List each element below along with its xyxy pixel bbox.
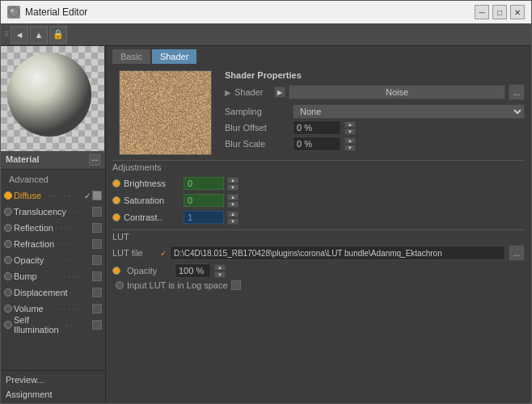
saturation-spinner: ▲ ▼ xyxy=(227,194,239,208)
window-title: Material Editor xyxy=(25,6,470,18)
shader-options-button[interactable]: ... xyxy=(509,84,525,100)
lut-file-label: LUT file xyxy=(112,248,157,258)
reflection-swatch[interactable] xyxy=(92,223,102,233)
brightness-input[interactable] xyxy=(184,177,224,190)
bump-swatch[interactable] xyxy=(92,271,102,281)
lut-log-checkbox[interactable] xyxy=(231,280,241,290)
sampling-row: Sampling None xyxy=(225,103,525,120)
contrast-spinner: ▲ ▼ xyxy=(227,211,239,225)
self-illumination-swatch[interactable] xyxy=(92,320,102,330)
sampling-controls: Shader Properties ▶ Shader ▶ Noise ... S… xyxy=(218,67,525,158)
channel-displacement[interactable]: Displacement · · · xyxy=(1,284,105,301)
app-icon xyxy=(7,6,20,19)
blur-offset-input[interactable] xyxy=(293,120,341,135)
displacement-swatch[interactable] xyxy=(92,288,102,297)
channel-diffuse[interactable]: Diffuse · · · · · ✓ xyxy=(1,187,105,204)
material-label: Material ⋯ xyxy=(1,151,105,170)
lut-opacity-up[interactable]: ▲ xyxy=(214,264,226,271)
tab-shader[interactable]: Shader xyxy=(152,49,196,64)
channel-volume[interactable]: Volume · · · · · · xyxy=(1,301,105,317)
bump-radio[interactable] xyxy=(4,272,12,280)
tab-basic[interactable]: Basic xyxy=(112,49,150,64)
sampling-label: Sampling xyxy=(225,107,289,116)
channel-self-illumination[interactable]: Self Illumination · · · xyxy=(1,317,105,333)
blur-scale-up[interactable]: ▲ xyxy=(344,137,356,144)
brightness-up[interactable]: ▲ xyxy=(227,177,239,183)
reflection-radio[interactable] xyxy=(4,224,12,232)
channel-refraction[interactable]: Refraction · · · · xyxy=(1,236,105,252)
blur-offset-row: Blur Offset ▲ ▼ xyxy=(225,120,525,136)
lut-file-check-icon: ✓ xyxy=(160,249,167,258)
translucency-swatch[interactable] xyxy=(92,207,102,217)
contrast-up[interactable]: ▲ xyxy=(227,211,239,217)
brightness-label: Brightness xyxy=(124,179,180,188)
right-panel: Basic Shader Shader Properties ▶ Shader … xyxy=(106,46,531,403)
maximize-button[interactable]: □ xyxy=(492,5,507,19)
lut-options-button[interactable]: ... xyxy=(509,245,525,261)
opacity-radio[interactable] xyxy=(4,256,12,264)
refraction-swatch[interactable] xyxy=(92,239,102,249)
toolbar-back-button[interactable]: ◄ xyxy=(11,26,28,44)
opacity-swatch[interactable] xyxy=(92,255,102,265)
lut-opacity-down[interactable]: ▼ xyxy=(214,271,226,278)
channel-opacity[interactable]: Opacity · · · · · xyxy=(1,252,105,268)
tabs-bar: Basic Shader xyxy=(106,46,531,64)
grip-icon: ⠿ xyxy=(4,31,9,39)
toolbar-lock-button[interactable]: 🔒 xyxy=(49,26,67,44)
material-options-icon[interactable]: ⋯ xyxy=(89,154,100,166)
shader-play-icon[interactable]: ▶ xyxy=(274,86,285,98)
saturation-up[interactable]: ▲ xyxy=(227,194,239,200)
contrast-down[interactable]: ▼ xyxy=(227,218,239,225)
blur-scale-spinner: ▲ ▼ xyxy=(344,137,356,151)
self-illumination-radio[interactable] xyxy=(4,321,12,329)
adjustments-header: Adjustments xyxy=(112,160,525,174)
contrast-input[interactable] xyxy=(184,211,224,224)
channel-advanced[interactable]: Advanced xyxy=(1,171,105,187)
lut-header: LUT xyxy=(112,229,525,243)
shader-name-display: Noise xyxy=(289,85,505,99)
preview-link[interactable]: Preview... xyxy=(1,372,105,387)
lut-section: LUT LUT file ✓ D:\C4D\18.015_RB170428\pl… xyxy=(106,228,531,293)
saturation-input[interactable] xyxy=(184,194,224,207)
material-preview xyxy=(1,46,104,151)
minimize-button[interactable]: ─ xyxy=(475,5,489,19)
displacement-radio[interactable] xyxy=(4,288,12,297)
toolbar-up-button[interactable]: ▲ xyxy=(30,26,48,44)
channel-reflection[interactable]: Reflection · · · · xyxy=(1,220,105,236)
saturation-down[interactable]: ▼ xyxy=(227,201,239,208)
saturation-radio[interactable] xyxy=(112,196,120,204)
blur-scale-input[interactable] xyxy=(293,137,341,151)
lut-log-radio[interactable] xyxy=(116,281,124,289)
left-panel: Material ⋯ Advanced Diffuse · · · · · ✓ xyxy=(1,46,106,403)
blur-offset-up[interactable]: ▲ xyxy=(344,121,356,128)
window-controls: ─ □ ✕ xyxy=(475,5,525,19)
translucency-radio[interactable] xyxy=(4,208,12,216)
diffuse-radio[interactable] xyxy=(4,191,12,200)
lut-opacity-input[interactable] xyxy=(175,263,211,278)
brightness-row: Brightness ▲ ▼ xyxy=(112,175,525,191)
lut-opacity-spinner: ▲ ▼ xyxy=(214,264,226,278)
lut-opacity-row: Opacity ▲ ▼ xyxy=(112,263,525,279)
refraction-radio[interactable] xyxy=(4,240,12,248)
channel-translucency[interactable]: Translucency · · · xyxy=(1,204,105,220)
lut-path-display: D:\C4D\18.015_RB170428\plugins\corona\LU… xyxy=(170,246,505,260)
sampling-select[interactable]: None xyxy=(293,104,525,119)
shader-preview-thumbnail xyxy=(119,70,212,155)
blur-scale-row: Blur Scale ▲ ▼ xyxy=(225,136,525,152)
brightness-down[interactable]: ▼ xyxy=(227,184,239,191)
shader-row-label: Shader xyxy=(234,87,271,97)
blur-offset-down[interactable]: ▼ xyxy=(344,128,356,135)
close-button[interactable]: ✕ xyxy=(510,5,525,19)
lut-opacity-radio[interactable] xyxy=(112,267,120,275)
channel-bump[interactable]: Bump · · · · · · xyxy=(1,268,105,284)
diffuse-swatch[interactable] xyxy=(92,191,102,200)
brightness-radio[interactable] xyxy=(112,179,120,187)
assignment-link[interactable]: Assignment xyxy=(1,387,105,402)
blur-scale-down[interactable]: ▼ xyxy=(344,145,356,151)
volume-swatch[interactable] xyxy=(92,304,102,314)
volume-radio[interactable] xyxy=(4,305,12,313)
contrast-radio[interactable] xyxy=(112,213,120,221)
saturation-label: Saturation xyxy=(124,196,180,205)
blur-offset-label: Blur Offset xyxy=(225,123,289,133)
toolbar: ⠿ ◄ ▲ 🔒 xyxy=(1,23,531,46)
